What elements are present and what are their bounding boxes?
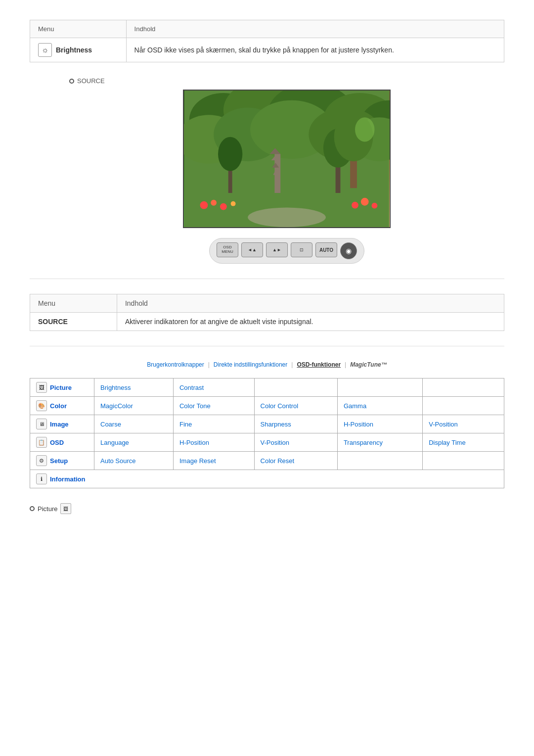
brightness-description: Når OSD ikke vises på skærmen, skal du t… (126, 38, 504, 62)
info-label: Information (50, 475, 86, 483)
svg-point-26 (361, 198, 369, 206)
left-arrow-button[interactable]: ◄▲ (241, 242, 263, 257)
top-info-table: Menu Indhold ☼ Brightness Når OSD ikke v… (30, 20, 504, 62)
brightness-label: Brightness (56, 46, 92, 54)
magiccolor-sub[interactable]: MagicColor (94, 397, 174, 415)
table-row: 🖼 Picture Brightness Contrast (30, 378, 504, 397)
table-row: ℹ Information (30, 470, 504, 488)
table-row: 🖥 Image Coarse Fine Sharpness H-Position… (30, 415, 504, 433)
svg-point-28 (248, 208, 326, 227)
picture-label: Picture (50, 384, 72, 391)
setup-icon: ⚙ (36, 455, 47, 466)
displaytime-sub[interactable]: Display Time (423, 433, 504, 452)
right-arrow-button[interactable]: ▲► (266, 242, 288, 257)
navigation-tabs: Brugerkontrolknapper | Direkte indstilli… (30, 361, 504, 368)
colorcontrol-sub[interactable]: Color Control (254, 397, 337, 415)
svg-point-21 (200, 201, 208, 209)
monitor-display: OSDMENU ◄▲ ▲► ⊡ AUTO ◉ (69, 90, 504, 264)
brightness-icon: ☼ (38, 43, 52, 57)
power-button[interactable]: ⊡ (291, 242, 312, 257)
tab-sep-2: | (291, 361, 293, 368)
osd-label: OSD (50, 439, 64, 446)
empty-cell-5 (337, 452, 422, 470)
empty-cell-2 (337, 378, 422, 397)
svg-point-22 (211, 200, 217, 206)
color-icon: 🎨 (36, 400, 47, 411)
auto-button[interactable]: AUTO (315, 242, 337, 257)
svg-point-31 (355, 117, 374, 142)
info-menu-item: ℹ Information (36, 473, 498, 484)
tab-brugerkontrol[interactable]: Brugerkontrolknapper (147, 361, 204, 368)
contrast-sub[interactable]: Contrast (173, 378, 254, 397)
image-menu-item: 🖥 Image (36, 419, 88, 429)
tab-sep-1: | (208, 361, 210, 368)
source-info-table: Menu Indhold SOURCE Aktiverer indikatore… (30, 294, 504, 331)
source-button[interactable]: ◉ (340, 242, 357, 259)
svg-point-23 (220, 203, 227, 210)
picture-menu-item: 🖼 Picture (36, 382, 88, 393)
osd-menu-button[interactable]: OSDMENU (217, 242, 238, 257)
brightness-sub[interactable]: Brightness (94, 378, 174, 397)
language-sub[interactable]: Language (94, 433, 174, 452)
source-description: Aktiverer indikatoren for at angive de a… (117, 313, 504, 331)
source-text-top: SOURCE (77, 77, 105, 85)
empty-cell-4 (423, 397, 504, 415)
osd-menu-item: 📋 OSD (36, 437, 88, 448)
section-divider-1 (30, 279, 504, 279)
info-icon: ℹ (36, 473, 47, 484)
image-icon: 🖥 (36, 419, 47, 429)
source-dot-icon (69, 79, 74, 84)
setup-menu-item: ⚙ Setup (36, 455, 88, 466)
empty-cell-3 (423, 378, 504, 397)
empty-cell-6 (423, 452, 504, 470)
source-menu-header: Menu (30, 294, 117, 313)
tab-sep-3: | (345, 361, 346, 368)
empty-cell-1 (254, 378, 337, 397)
sharpness-sub[interactable]: Sharpness (254, 415, 337, 433)
section-divider-2 (30, 346, 504, 346)
tab-magictune[interactable]: MagicTune™ (350, 361, 387, 368)
table-row: ⚙ Setup Auto Source Image Reset Color Re… (30, 452, 504, 470)
vposition-sub[interactable]: V-Position (423, 415, 504, 433)
table-row: 📋 OSD Language H-Position V-Position Tra… (30, 433, 504, 452)
tab-osd[interactable]: OSD-funktioner (297, 361, 341, 368)
brightness-menu-item: ☼ Brightness (38, 43, 92, 57)
transparency-sub[interactable]: Transparency (337, 433, 422, 452)
magictune-logo: MagicTune™ (350, 361, 387, 368)
color-menu-item: 🎨 Color (36, 400, 88, 411)
colorreset-sub[interactable]: Color Reset (254, 452, 337, 470)
osd-vposition-sub[interactable]: V-Position (254, 433, 337, 452)
autosource-sub[interactable]: Auto Source (94, 452, 174, 470)
source-menu-label: SOURCE (30, 313, 117, 331)
osd-hposition-sub[interactable]: H-Position (173, 433, 254, 452)
colortone-sub[interactable]: Color Tone (173, 397, 254, 415)
indhold-col-header: Indhold (126, 20, 504, 38)
svg-point-25 (352, 202, 358, 209)
svg-point-24 (231, 201, 236, 206)
picture-bottom-label: Picture (38, 505, 57, 513)
svg-point-27 (372, 203, 378, 209)
source-section: SOURCE (69, 77, 504, 264)
imagereset-sub[interactable]: Image Reset (173, 452, 254, 470)
picture-icon: 🖼 (36, 382, 47, 393)
source-indhold-header: Indhold (117, 294, 504, 313)
monitor-screen (183, 90, 391, 228)
menu-col-header: Menu (30, 20, 127, 38)
hposition-sub[interactable]: H-Position (337, 415, 422, 433)
fine-sub[interactable]: Fine (173, 415, 254, 433)
osd-menu-table: 🖼 Picture Brightness Contrast 🎨 Color Ma… (30, 378, 504, 488)
setup-label: Setup (50, 457, 68, 465)
monitor-controls: OSDMENU ◄▲ ▲► ⊡ AUTO ◉ (209, 238, 364, 264)
gamma-sub[interactable]: Gamma (337, 397, 422, 415)
tab-direkte[interactable]: Direkte indstillingsfunktioner (214, 361, 287, 368)
garden-image (184, 91, 390, 227)
picture-dot-icon (30, 506, 35, 511)
picture-bottom-section: Picture 🖼 (30, 503, 504, 514)
color-label: Color (50, 402, 67, 410)
source-label-top: SOURCE (69, 77, 504, 85)
image-label: Image (50, 421, 69, 428)
osd-icon: 📋 (36, 437, 47, 448)
coarse-sub[interactable]: Coarse (94, 415, 174, 433)
table-row: 🎨 Color MagicColor Color Tone Color Cont… (30, 397, 504, 415)
picture-bottom-icon: 🖼 (60, 503, 71, 514)
